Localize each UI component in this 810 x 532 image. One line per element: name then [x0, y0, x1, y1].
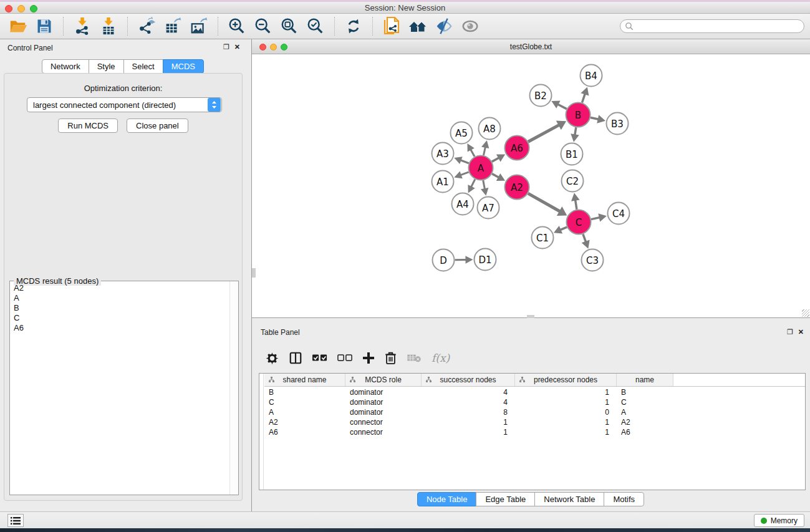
column-header-mcds-role[interactable]: MCDS role [345, 374, 422, 386]
toolbar-separator [127, 17, 128, 36]
home-icon[interactable] [407, 16, 428, 37]
network-graph-canvas[interactable]: B4B2BB3A8A5A6A3B1AA1C2A2A4A7C4CC1C3DD1 [252, 54, 809, 317]
result-item[interactable]: A6 [10, 323, 229, 333]
network-horizontal-scrollbar[interactable] [527, 315, 534, 318]
tab-mcds[interactable]: MCDS [163, 59, 204, 74]
close-panel-button[interactable]: Close panel [127, 118, 188, 133]
refresh-icon[interactable] [343, 16, 364, 37]
network-window-titlebar[interactable]: testGlobe.txt [252, 39, 810, 54]
export-image-icon[interactable] [188, 16, 210, 37]
edge-A-A4[interactable] [471, 179, 475, 186]
edge-A-A6[interactable] [492, 158, 499, 162]
column-header-shared-name[interactable]: shared name [264, 374, 345, 386]
edge-A-A2[interactable] [492, 174, 499, 178]
edge-A-A3[interactable] [461, 160, 469, 163]
close-panel-icon[interactable]: ✕ [234, 44, 240, 51]
memory-status-icon [761, 518, 767, 524]
edge-A6-B[interactable] [528, 125, 559, 142]
result-item[interactable]: A [10, 293, 229, 303]
table-row[interactable]: Bdominator41B [264, 387, 805, 397]
edge-A-A5[interactable] [471, 150, 475, 157]
window-resize-grip[interactable] [802, 309, 809, 317]
select-all-rows-icon[interactable] [312, 349, 327, 367]
edge-C-C2[interactable] [576, 200, 577, 210]
deselect-all-rows-icon[interactable] [337, 349, 352, 367]
tab-motifs[interactable]: Motifs [604, 492, 644, 506]
table-row[interactable]: Cdominator41C [264, 397, 805, 407]
close-table-panel-icon[interactable]: ✕ [798, 329, 804, 336]
tab-network[interactable]: Network [42, 59, 89, 74]
edge-C-C3[interactable] [583, 234, 586, 242]
cell-shared-name: A6 [264, 427, 345, 437]
graph-node-label: A6 [511, 143, 523, 154]
table-row[interactable]: A2connector11A2 [264, 417, 805, 427]
edge-A-A7[interactable] [483, 180, 485, 189]
table-row[interactable]: A6connector11A6 [264, 427, 805, 437]
import-table-icon[interactable] [98, 16, 119, 37]
task-history-button[interactable] [7, 514, 24, 527]
result-item[interactable]: C [10, 313, 229, 323]
show-results-icon[interactable] [460, 16, 481, 37]
run-mcds-button[interactable]: Run MCDS [58, 118, 118, 133]
graph-node-label: C2 [566, 176, 579, 187]
edge-A2-C[interactable] [528, 193, 560, 211]
tab-edge-table[interactable]: Edge Table [476, 492, 535, 506]
column-header-name[interactable]: name [617, 374, 673, 386]
criterion-select[interactable]: largest connected component (directed) [27, 97, 222, 112]
status-bar: Memory [0, 511, 810, 528]
export-table-icon[interactable] [162, 16, 183, 37]
zoom-fit-icon[interactable] [279, 16, 300, 37]
node-table[interactable]: shared nameMCDS rolesuccessor nodesprede… [259, 373, 806, 490]
column-header-predecessor-nodes[interactable]: predecessor nodes [515, 374, 617, 386]
hide-results-icon[interactable] [433, 16, 455, 37]
tab-node-table[interactable]: Node Table [417, 492, 477, 506]
edge-B-B4[interactable] [582, 94, 585, 102]
table-header-row: shared nameMCDS rolesuccessor nodesprede… [264, 374, 805, 387]
app-titlebar[interactable]: Session: New Session [0, 2, 810, 14]
graph-node-label: C4 [612, 208, 625, 220]
float-table-panel-icon[interactable]: ❐ [787, 329, 793, 336]
edge-B-B3[interactable] [591, 117, 599, 119]
result-item[interactable]: B [10, 303, 229, 313]
table-row[interactable]: Adominator80A [264, 407, 805, 417]
table-panel: Table Panel ❐ ✕ f(x) shared nameM [252, 324, 810, 511]
export-network-icon[interactable] [136, 16, 157, 37]
mcds-document-icon[interactable] [381, 16, 402, 37]
column-visibility-icon[interactable] [289, 349, 302, 367]
tab-style[interactable]: Style [89, 59, 124, 74]
open-session-icon[interactable] [7, 16, 29, 37]
edge-C-C4[interactable] [591, 218, 600, 220]
delete-table-icon[interactable] [407, 349, 422, 367]
import-network-icon[interactable] [72, 16, 93, 37]
float-panel-icon[interactable]: ❐ [223, 44, 229, 51]
select-stepper-icon [208, 98, 221, 112]
tab-select[interactable]: Select [123, 59, 163, 74]
zoom-out-icon[interactable] [253, 16, 274, 37]
desktop-strip-bottom [0, 528, 810, 532]
add-column-icon[interactable] [362, 349, 375, 367]
settings-gear-icon[interactable] [266, 349, 279, 367]
search-field[interactable] [620, 19, 804, 33]
graph-node-label: B4 [585, 70, 597, 82]
network-vertical-scrollbar[interactable] [252, 268, 256, 278]
memory-button[interactable]: Memory [754, 514, 804, 527]
search-input[interactable] [634, 21, 804, 32]
tab-network-table[interactable]: Network Table [534, 492, 604, 506]
column-header-successor-nodes[interactable]: successor nodes [422, 374, 515, 386]
edge-A-A1[interactable] [461, 172, 469, 175]
edge-A-A8[interactable] [483, 147, 485, 155]
result-item[interactable]: A2 [10, 283, 229, 293]
save-session-icon[interactable] [34, 16, 55, 37]
cell-shared-name: A2 [264, 417, 345, 427]
edge-B-B1[interactable] [575, 127, 576, 135]
result-scrollbar[interactable] [229, 281, 238, 495]
toolbar-separator [218, 17, 218, 36]
mcds-result-list[interactable]: A2ABCA6 [10, 283, 229, 495]
edge-C-C1[interactable] [560, 227, 567, 230]
delete-columns-icon[interactable] [385, 349, 397, 367]
zoom-selected-icon[interactable] [305, 16, 326, 37]
edge-arrowhead [571, 193, 580, 201]
function-builder-icon[interactable]: f(x) [432, 349, 450, 367]
edge-B-B2[interactable] [558, 104, 567, 109]
zoom-in-icon[interactable] [226, 16, 248, 37]
